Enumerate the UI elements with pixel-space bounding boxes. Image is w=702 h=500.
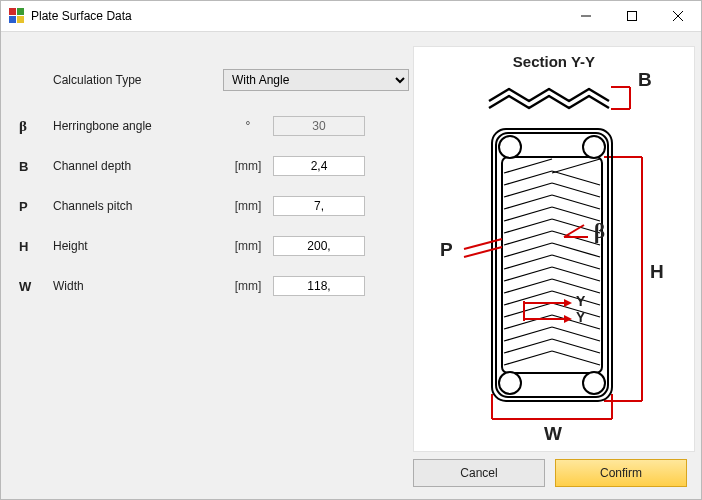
- unit-p: [mm]: [223, 199, 273, 213]
- svg-line-46: [504, 315, 552, 329]
- button-bar: Cancel Confirm: [413, 459, 687, 487]
- svg-line-26: [504, 195, 552, 209]
- svg-line-50: [504, 339, 552, 353]
- input-beta: [273, 116, 365, 136]
- svg-line-48: [504, 327, 552, 341]
- svg-line-53: [552, 351, 600, 365]
- svg-line-44: [504, 303, 552, 317]
- sym-b: B: [13, 159, 53, 174]
- diagram-label-y2: Y: [576, 309, 585, 325]
- label-w: Width: [53, 279, 223, 293]
- label-beta: Herringbone angle: [53, 119, 223, 133]
- svg-line-25: [552, 183, 600, 197]
- svg-line-22: [504, 171, 552, 185]
- diagram-label-h: H: [650, 261, 664, 283]
- sym-p: P: [13, 199, 53, 214]
- svg-marker-59: [564, 299, 572, 307]
- sym-h: H: [13, 239, 53, 254]
- svg-line-38: [504, 267, 552, 281]
- plate-surface-data-window: Plate Surface Data Calculation Type With…: [0, 0, 702, 500]
- input-h[interactable]: [273, 236, 365, 256]
- unit-b: [mm]: [223, 159, 273, 173]
- svg-line-34: [504, 243, 552, 257]
- close-button[interactable]: [655, 1, 701, 31]
- app-icon: [9, 8, 25, 24]
- calc-type-label: Calculation Type: [53, 73, 223, 87]
- svg-point-18: [499, 372, 521, 394]
- svg-line-49: [552, 327, 600, 341]
- svg-line-57: [564, 225, 584, 237]
- window-title: Plate Surface Data: [31, 9, 132, 23]
- label-b: Channel depth: [53, 159, 223, 173]
- row-b: B Channel depth [mm]: [13, 146, 409, 186]
- input-b[interactable]: [273, 156, 365, 176]
- svg-line-29: [552, 207, 600, 221]
- svg-line-36: [504, 255, 552, 269]
- plate-diagram: Section Y-Y B: [414, 47, 694, 447]
- svg-line-20: [504, 159, 552, 173]
- input-w[interactable]: [273, 276, 365, 296]
- diagram-label-beta: β: [594, 219, 605, 244]
- section-yy-sketch: [414, 65, 694, 120]
- svg-line-23: [552, 171, 600, 185]
- cancel-button[interactable]: Cancel: [413, 459, 545, 487]
- diagram-label-p: P: [440, 239, 453, 261]
- calc-type-row: Calculation Type With Angle: [13, 62, 409, 98]
- calc-type-select[interactable]: With Angle: [223, 69, 409, 91]
- svg-line-52: [504, 351, 552, 365]
- svg-point-17: [583, 136, 605, 158]
- minimize-button[interactable]: [563, 1, 609, 31]
- svg-line-39: [552, 267, 600, 281]
- form-panel: Calculation Type With Angle β Herringbon…: [13, 46, 409, 452]
- input-p[interactable]: [273, 196, 365, 216]
- svg-line-30: [504, 219, 552, 233]
- svg-line-32: [504, 231, 552, 245]
- svg-rect-13: [492, 129, 612, 401]
- maximize-button[interactable]: [609, 1, 655, 31]
- svg-line-40: [504, 279, 552, 293]
- unit-w: [mm]: [223, 279, 273, 293]
- unit-h: [mm]: [223, 239, 273, 253]
- svg-line-37: [552, 255, 600, 269]
- diagram-label-w: W: [544, 423, 562, 445]
- client-area: Calculation Type With Angle β Herringbon…: [1, 32, 701, 452]
- svg-marker-61: [564, 315, 572, 323]
- confirm-button[interactable]: Confirm: [555, 459, 687, 487]
- svg-line-35: [552, 243, 600, 257]
- svg-line-28: [504, 207, 552, 221]
- svg-line-27: [552, 195, 600, 209]
- diagram-label-y1: Y: [576, 293, 585, 309]
- unit-beta: °: [223, 119, 273, 133]
- sym-w: W: [13, 279, 53, 294]
- svg-rect-1: [628, 12, 637, 21]
- label-p: Channels pitch: [53, 199, 223, 213]
- titlebar: Plate Surface Data: [1, 1, 701, 32]
- svg-point-19: [583, 372, 605, 394]
- plate-svg: [414, 119, 694, 449]
- svg-line-21: [552, 159, 600, 173]
- sym-beta: β: [13, 118, 53, 135]
- svg-line-41: [552, 279, 600, 293]
- label-h: Height: [53, 239, 223, 253]
- row-beta: β Herringbone angle °: [13, 106, 409, 146]
- row-h: H Height [mm]: [13, 226, 409, 266]
- row-w: W Width [mm]: [13, 266, 409, 306]
- svg-point-16: [499, 136, 521, 158]
- svg-line-51: [552, 339, 600, 353]
- row-p: P Channels pitch [mm]: [13, 186, 409, 226]
- svg-line-24: [504, 183, 552, 197]
- diagram-panel: Section Y-Y B: [413, 46, 695, 452]
- diagram-label-b: B: [638, 69, 652, 91]
